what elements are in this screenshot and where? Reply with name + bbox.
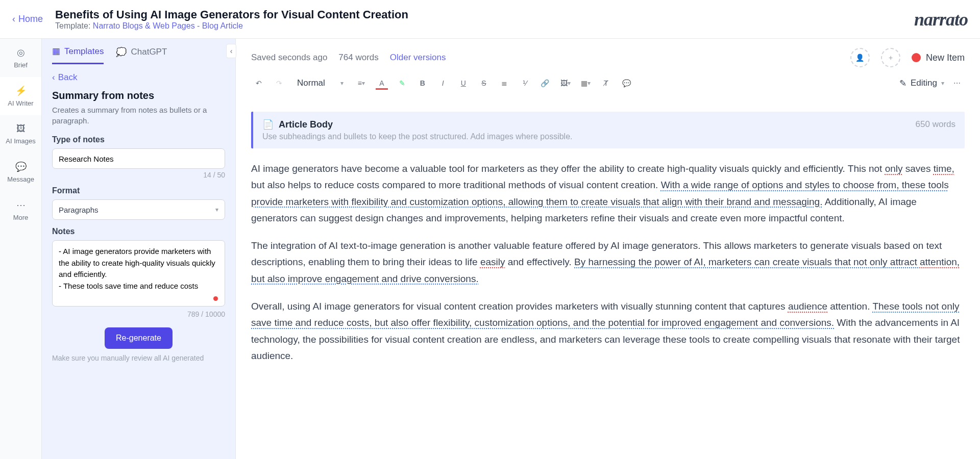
collapse-panel-button[interactable]: ‹ bbox=[226, 44, 236, 58]
message-icon: 💬 bbox=[15, 161, 27, 172]
home-label: Home bbox=[18, 14, 43, 24]
image-icon: 🖼 bbox=[16, 123, 26, 134]
editing-mode-select[interactable]: ✎Editing▾ bbox=[899, 78, 944, 89]
clear-format-button[interactable]: T̸ bbox=[599, 75, 614, 91]
topbar: ‹ Home Benefits of Using AI Image Genera… bbox=[0, 0, 980, 39]
grammar-mark[interactable]: By harnessing the power of AI, marketers… bbox=[574, 257, 920, 267]
bold-button[interactable]: B bbox=[415, 75, 430, 91]
template-link[interactable]: Narrato Blogs & Web Pages - Blog Article bbox=[93, 21, 243, 30]
bolt-icon: ⚡ bbox=[15, 85, 27, 96]
redo-button[interactable]: ↷ bbox=[272, 75, 287, 91]
italic-button[interactable]: I bbox=[435, 75, 451, 91]
align-button[interactable]: ≡ ▾ bbox=[354, 75, 369, 91]
block-hint: Use subheadings and bullets to keep the … bbox=[262, 132, 955, 141]
editor-toolbar: ↶ ↷ Normal▾ ≡ ▾ A ✎ B I U S ≣ ⅟ 🔗 🖼 ▾ ▦ … bbox=[236, 71, 980, 99]
spellcheck-mark[interactable]: time, bbox=[934, 163, 954, 174]
chevron-left-icon: ‹ bbox=[12, 14, 15, 24]
editor-area: Saved seconds ago 764 words Older versio… bbox=[236, 39, 980, 459]
type-counter: 14 / 50 bbox=[52, 171, 225, 179]
dots-icon: ⋯ bbox=[16, 199, 26, 211]
older-versions-link[interactable]: Older versions bbox=[390, 53, 446, 63]
side-panel: ▦Templates 💭ChatGPT ‹ ‹Back Summary from… bbox=[42, 39, 236, 459]
chevron-left-icon: ‹ bbox=[52, 72, 55, 83]
link-button[interactable]: 🔗 bbox=[537, 75, 553, 91]
tab-chatgpt[interactable]: 💭ChatGPT bbox=[116, 46, 167, 64]
chevron-left-icon: ‹ bbox=[230, 47, 233, 55]
type-label: Type of notes bbox=[52, 135, 225, 144]
comment-button[interactable]: 💬 bbox=[619, 75, 634, 91]
new-item-status[interactable]: New Item bbox=[912, 53, 965, 63]
rail-ai-images[interactable]: 🖼AI Images bbox=[0, 115, 41, 153]
template-line: Template: Narrato Blogs & Web Pages - Bl… bbox=[55, 21, 408, 31]
user-plus-icon: 👤 bbox=[855, 54, 864, 62]
panel-section-desc: Creates a summary from notes as bullets … bbox=[52, 105, 225, 126]
regenerate-button[interactable]: Re-generate bbox=[105, 327, 173, 349]
spellcheck-mark[interactable]: easily bbox=[480, 257, 505, 267]
add-circle-button[interactable]: + bbox=[881, 48, 900, 67]
strike-button[interactable]: S bbox=[476, 75, 492, 91]
table-button[interactable]: ▦ ▾ bbox=[578, 75, 594, 91]
paragraph-style-select[interactable]: Normal▾ bbox=[292, 76, 349, 90]
status-dot-icon bbox=[912, 53, 921, 62]
saved-status: Saved seconds ago bbox=[251, 53, 327, 63]
image-button[interactable]: 🖼 ▾ bbox=[558, 75, 573, 91]
chat-icon: 💭 bbox=[116, 47, 127, 58]
rail-message[interactable]: 💬Message bbox=[0, 153, 41, 191]
rail-more[interactable]: ⋯More bbox=[0, 191, 41, 230]
highlight-button[interactable]: ✎ bbox=[395, 75, 410, 91]
rail-brief[interactable]: ◎Brief bbox=[0, 39, 41, 77]
plus-icon: + bbox=[889, 54, 893, 62]
chevron-down-icon: ▾ bbox=[215, 206, 218, 213]
more-toolbar-button[interactable]: ⋯ bbox=[949, 75, 965, 91]
chevron-down-icon: ▾ bbox=[941, 80, 944, 87]
document-icon: 📄 bbox=[262, 119, 274, 130]
ai-disclaimer: Make sure you manually review all AI gen… bbox=[52, 354, 225, 362]
numbered-list-button[interactable]: ⅟ bbox=[517, 75, 532, 91]
spellcheck-mark[interactable]: attention, bbox=[920, 257, 960, 267]
bullet-list-button[interactable]: ≣ bbox=[497, 75, 512, 91]
format-select[interactable]: Paragraphs ▾ bbox=[52, 199, 225, 220]
error-dot-icon bbox=[213, 296, 218, 301]
grammar-mark[interactable]: but also improve engagement and drive co… bbox=[251, 273, 479, 284]
underline-button[interactable]: U bbox=[456, 75, 471, 91]
home-link[interactable]: ‹ Home bbox=[12, 14, 43, 24]
word-count: 764 words bbox=[338, 53, 378, 63]
format-label: Format bbox=[52, 186, 225, 195]
chevron-down-icon: ▾ bbox=[340, 80, 344, 87]
add-user-button[interactable]: 👤 bbox=[850, 48, 870, 67]
back-link[interactable]: ‹Back bbox=[52, 72, 225, 83]
target-icon: ◎ bbox=[17, 47, 25, 58]
notes-textarea[interactable] bbox=[52, 240, 225, 307]
grid-icon: ▦ bbox=[52, 46, 60, 57]
pencil-icon: ✎ bbox=[899, 78, 906, 89]
block-word-count: 650 words bbox=[916, 119, 955, 130]
rail-ai-writer[interactable]: ⚡AI Writer bbox=[0, 77, 41, 115]
text-color-button[interactable]: A bbox=[374, 75, 389, 91]
notes-counter: 789 / 10000 bbox=[52, 310, 225, 318]
spellcheck-mark[interactable]: only bbox=[885, 163, 903, 174]
spellcheck-mark[interactable]: audience bbox=[788, 301, 827, 312]
undo-button[interactable]: ↶ bbox=[251, 75, 266, 91]
tab-templates[interactable]: ▦Templates bbox=[52, 46, 104, 64]
logo: narrato bbox=[914, 9, 968, 30]
article-body-text[interactable]: AI image generators have become a valuab… bbox=[251, 161, 965, 364]
left-rail: ◎Brief ⚡AI Writer 🖼AI Images 💬Message ⋯M… bbox=[0, 39, 42, 459]
type-of-notes-input[interactable] bbox=[52, 148, 225, 169]
article-body-block-header: 📄Article Body 650 words Use subheadings … bbox=[251, 112, 965, 148]
page-title: Benefits of Using AI Image Generators fo… bbox=[55, 8, 408, 21]
notes-label: Notes bbox=[52, 227, 225, 236]
panel-section-title: Summary from notes bbox=[52, 90, 225, 101]
